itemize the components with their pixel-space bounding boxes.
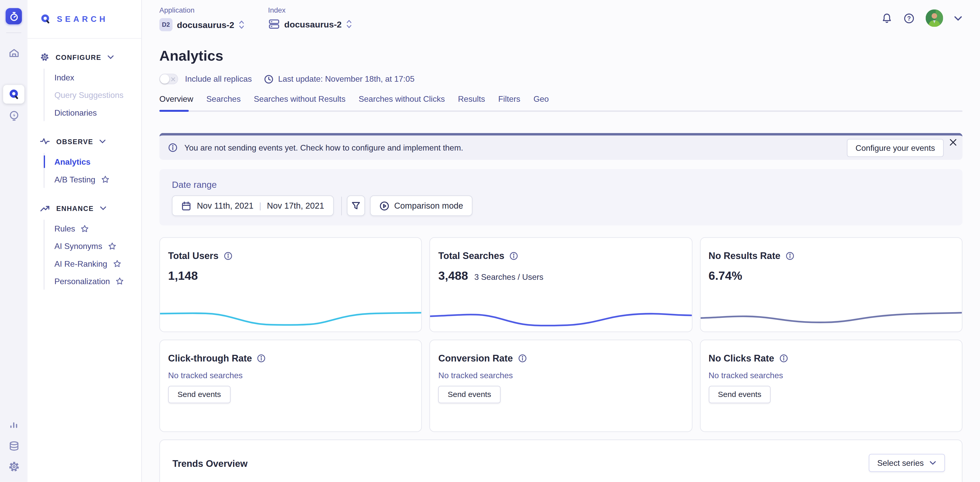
- date-separator: |: [259, 201, 261, 210]
- info-icon[interactable]: [785, 251, 794, 260]
- index-icon: [268, 18, 280, 30]
- tabs: Overview Searches Searches without Resul…: [159, 94, 963, 112]
- tab-filters[interactable]: Filters: [498, 94, 520, 103]
- index-select[interactable]: docusaurus-2: [268, 18, 352, 30]
- item-label: Index: [54, 73, 74, 82]
- user-menu-button[interactable]: [954, 14, 963, 22]
- settings-button[interactable]: [3, 457, 24, 476]
- bar-chart-icon: [8, 420, 19, 431]
- star-icon: [116, 277, 124, 285]
- send-events-button[interactable]: Send events: [709, 386, 771, 403]
- metric-note: 3 Searches / Users: [474, 272, 544, 281]
- metric-value: 3,488: [438, 269, 468, 282]
- sidebar-item-rules[interactable]: Rules: [54, 220, 141, 237]
- item-label: Personalization: [54, 276, 110, 285]
- info-icon[interactable]: [518, 354, 527, 362]
- app-switcher-button[interactable]: [6, 8, 22, 24]
- application-value: docusaurus-2: [177, 20, 234, 30]
- date-range-picker[interactable]: Nov 11th, 2021 | Nov 17th, 2021: [172, 195, 334, 216]
- star-icon: [81, 225, 89, 233]
- info-icon[interactable]: [257, 354, 266, 362]
- select-series-button[interactable]: Select series: [869, 454, 945, 472]
- filter-button[interactable]: [347, 195, 365, 216]
- avatar[interactable]: [926, 9, 943, 27]
- data-button[interactable]: [3, 436, 24, 455]
- empty-state-text: No tracked searches: [709, 371, 952, 380]
- info-icon[interactable]: [224, 251, 232, 260]
- no-results-rate-sparkline: [700, 306, 962, 328]
- total-searches-card: Total Searches 3,488 3 Searches / Users: [430, 237, 692, 332]
- index-value: docusaurus-2: [284, 19, 342, 29]
- include-replicas-toggle[interactable]: [159, 74, 178, 84]
- recommend-button[interactable]: [3, 106, 24, 125]
- last-update-text: Last update: November 18th, at 17:05: [278, 74, 414, 84]
- active-tab-indicator: [159, 109, 189, 112]
- comparison-mode-button[interactable]: Comparison mode: [370, 195, 473, 216]
- tab-searches-without-results[interactable]: Searches without Results: [254, 94, 345, 103]
- notifications-button[interactable]: [881, 12, 892, 24]
- sidebar: SEARCH CONFIGURE: [27, 0, 142, 482]
- sidebar-item-query-suggestions[interactable]: Query Suggestions: [54, 86, 141, 103]
- nav-section-configure: CONFIGURE Index Query Suggestions Dictio…: [40, 52, 142, 121]
- logo-text: SEARCH: [57, 14, 108, 24]
- send-events-button[interactable]: Send events: [168, 386, 231, 403]
- funnel-icon: [351, 201, 360, 210]
- select-series-label: Select series: [877, 458, 924, 467]
- sidebar-item-index[interactable]: Index: [54, 68, 141, 86]
- tab-overview[interactable]: Overview: [159, 94, 193, 103]
- index-selector: Index docusaurus-2: [268, 6, 352, 31]
- chevron-down-icon: [100, 138, 106, 144]
- sidebar-item-ai-reranking[interactable]: AI Re-Ranking: [54, 255, 141, 272]
- info-icon[interactable]: [779, 354, 788, 362]
- usage-button[interactable]: [3, 416, 24, 434]
- configure-events-button[interactable]: Configure your events: [847, 138, 944, 157]
- home-button[interactable]: [3, 44, 24, 62]
- item-label: AI Synonyms: [54, 241, 102, 251]
- tab-searches[interactable]: Searches: [206, 94, 240, 103]
- item-label: AI Re-Ranking: [54, 259, 107, 268]
- conversion-rate-card: Conversion Rate No tracked searches Send…: [430, 340, 692, 432]
- banner-close-button[interactable]: [950, 138, 957, 146]
- section-header-configure[interactable]: CONFIGURE: [40, 52, 142, 62]
- tab-searches-without-clicks[interactable]: Searches without Clicks: [359, 94, 445, 103]
- home-icon: [8, 48, 19, 59]
- bell-icon: [881, 12, 892, 24]
- application-label: Application: [159, 6, 244, 14]
- metric-value: 6.74%: [709, 269, 742, 282]
- send-events-button[interactable]: Send events: [438, 386, 501, 403]
- play-circle-icon: [379, 201, 389, 211]
- application-badge: D2: [159, 18, 173, 31]
- sidebar-item-ai-synonyms[interactable]: AI Synonyms: [54, 237, 141, 255]
- search-section-button[interactable]: [3, 85, 24, 103]
- rail-bottom-group: [3, 416, 24, 476]
- help-icon: ?: [903, 12, 915, 24]
- toggle-off-x-icon: [170, 76, 175, 81]
- section-header-enhance[interactable]: ENHANCE: [40, 203, 142, 213]
- application-select[interactable]: D2 docusaurus-2: [159, 18, 244, 31]
- sidebar-item-dictionaries[interactable]: Dictionaries: [54, 103, 141, 121]
- nav-section-enhance: ENHANCE Rules AI Synonyms AI R: [40, 203, 142, 290]
- help-button[interactable]: ?: [903, 12, 915, 24]
- tab-results[interactable]: Results: [458, 94, 485, 103]
- timer-icon: [8, 11, 19, 22]
- page-title: Analytics: [159, 48, 963, 65]
- tab-geo[interactable]: Geo: [533, 94, 549, 103]
- click-through-rate-card: Click-through Rate No tracked searches S…: [159, 340, 422, 432]
- sidebar-item-personalization[interactable]: Personalization: [54, 272, 141, 290]
- section-label: CONFIGURE: [56, 54, 101, 61]
- topbar: Application D2 docusaurus-2 Index: [142, 0, 980, 31]
- item-label: A/B Testing: [54, 174, 95, 184]
- card-title: No Clicks Rate: [709, 353, 774, 363]
- sidebar-item-analytics[interactable]: Analytics: [54, 153, 141, 170]
- date-range-label: Date range: [172, 180, 950, 190]
- date-start: Nov 11th, 2021: [197, 201, 253, 210]
- sidebar-item-ab-testing[interactable]: A/B Testing: [54, 170, 141, 188]
- info-icon[interactable]: [509, 251, 518, 260]
- section-header-observe[interactable]: OBSERVE: [40, 137, 142, 146]
- sort-chevrons-icon: [346, 19, 352, 29]
- metric-cards: Total Users 1,148 Total Searches 3,488 3…: [159, 237, 963, 432]
- empty-state-text: No tracked searches: [168, 371, 412, 380]
- item-label: Rules: [54, 224, 75, 233]
- section-label: ENHANCE: [56, 205, 94, 212]
- product-logo[interactable]: SEARCH: [27, 0, 141, 39]
